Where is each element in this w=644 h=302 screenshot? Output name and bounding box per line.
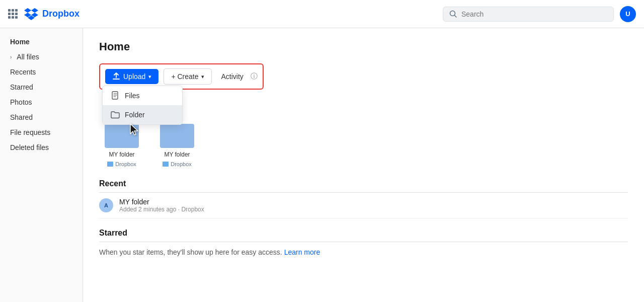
sidebar-item-deleted-files[interactable]: Deleted files: [2, 140, 80, 155]
folders-row: MY folder Dropbox MY folder Dropbox: [99, 120, 628, 167]
starred-divider: [99, 242, 628, 242]
folder-name: MY folder: [164, 151, 190, 158]
upload-icon: [112, 72, 120, 81]
create-label: + Create: [171, 72, 198, 81]
chevron-right-icon: ›: [10, 54, 12, 60]
page-title: Home: [99, 40, 628, 53]
folder-path: Dropbox: [163, 161, 192, 167]
grid-menu-icon[interactable]: [8, 9, 18, 19]
sidebar-item-starred[interactable]: Starred: [2, 80, 80, 95]
recent-item-info: MY folder Added 2 minutes ago · Dropbox: [119, 198, 204, 213]
sidebar-item-file-requests[interactable]: File requests: [2, 125, 80, 140]
sidebar-item-photos[interactable]: Photos: [2, 95, 80, 110]
sidebar-item-recents[interactable]: Recents: [2, 64, 80, 80]
recent-item-name: MY folder: [119, 198, 204, 206]
upload-files-label: Files: [125, 92, 140, 100]
sidebar-item-label: Deleted files: [10, 143, 49, 152]
starred-empty-text: When you star items, they'll show up her…: [99, 248, 628, 256]
upload-folder-option[interactable]: Folder: [103, 105, 182, 124]
avatar[interactable]: U: [620, 6, 636, 22]
folder-path-label: Dropbox: [115, 161, 136, 167]
main-layout: Home › All files Recents Starred Photos …: [0, 28, 644, 302]
dropbox-logo-text: Dropbox: [42, 9, 79, 19]
search-icon: [449, 10, 457, 18]
create-chevron: ▾: [201, 73, 204, 80]
folder-icon: [111, 110, 120, 119]
folder-path-icon: [163, 162, 169, 167]
upload-files-option[interactable]: Files: [103, 86, 182, 105]
starred-learn-more-link[interactable]: Learn more: [284, 248, 320, 256]
sidebar: Home › All files Recents Starred Photos …: [0, 28, 83, 302]
activity-label: Activity: [221, 72, 243, 81]
sidebar-item-label: Photos: [10, 98, 32, 106]
sidebar-item-shared[interactable]: Shared: [2, 110, 80, 125]
folder-item[interactable]: MY folder Dropbox: [99, 120, 144, 167]
dropbox-logo[interactable]: Dropbox: [24, 7, 79, 21]
recent-item-avatar: A: [99, 198, 113, 212]
recent-section-title: Recent: [99, 179, 628, 188]
create-button[interactable]: + Create ▾: [164, 68, 212, 85]
sidebar-item-label: File requests: [10, 128, 50, 136]
activity-info-icon: ⓘ: [251, 72, 258, 81]
sidebar-item-label: Recents: [10, 68, 36, 76]
file-icon: [111, 91, 120, 100]
folder-path-icon: [107, 162, 113, 167]
folder-path-label: Dropbox: [171, 161, 192, 167]
recent-item-meta: Added 2 minutes ago · Dropbox: [119, 206, 204, 213]
starred-section-title: Starred: [99, 229, 628, 238]
search-bar[interactable]: [443, 7, 614, 22]
upload-label: Upload: [123, 72, 145, 81]
sidebar-item-all-files[interactable]: › All files: [2, 49, 80, 64]
toolbar-wrapper: Upload ▾ + Create ▾ Activity ⓘ: [99, 63, 264, 90]
content-area: Home Upload ▾ + Create ▾ Activity ⓘ: [83, 28, 644, 302]
folder-name: MY folder: [109, 151, 134, 158]
upload-folder-label: Folder: [125, 111, 145, 119]
upload-dropdown-menu: Files Folder: [102, 86, 183, 125]
folder-item[interactable]: MY folder Dropbox: [154, 120, 200, 167]
search-input[interactable]: [461, 10, 607, 18]
folder-path: Dropbox: [107, 161, 136, 167]
upload-button[interactable]: Upload ▾: [105, 69, 158, 84]
sidebar-item-label: Starred: [10, 83, 33, 91]
recent-item[interactable]: A MY folder Added 2 minutes ago · Dropbo…: [99, 193, 628, 218]
dropbox-icon: [24, 7, 38, 21]
sidebar-item-label: Home: [10, 38, 30, 46]
sidebar-item-home[interactable]: Home: [2, 34, 80, 49]
sidebar-item-label: All files: [17, 53, 39, 61]
upload-chevron: ▾: [148, 73, 151, 80]
sidebar-item-label: Shared: [10, 113, 33, 121]
topbar: Dropbox U: [0, 0, 644, 28]
